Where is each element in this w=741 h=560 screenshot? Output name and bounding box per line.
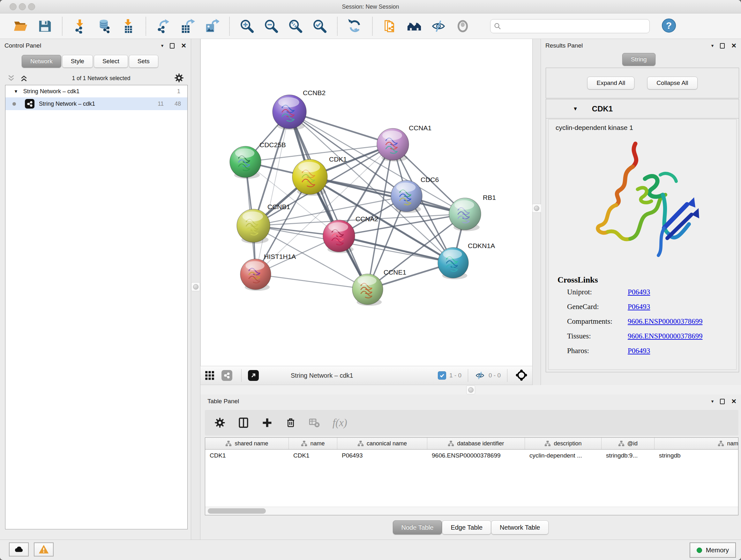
network-collection-row[interactable]: ▼ String Network – cdk1 1: [5, 85, 187, 98]
table-cell[interactable]: CDK1: [289, 449, 337, 462]
column-header-sharedname[interactable]: shared name: [205, 438, 289, 449]
right-splitter-handle[interactable]: [532, 204, 541, 212]
tab-edge-table[interactable]: Edge Table: [442, 520, 491, 535]
tab-string[interactable]: String: [622, 53, 656, 66]
network-edges: [246, 112, 465, 289]
help-button[interactable]: [661, 18, 677, 34]
delete-column-button[interactable]: [285, 417, 296, 428]
left-splitter-handle[interactable]: [191, 282, 200, 291]
delete-table-button[interactable]: [309, 417, 320, 428]
warnings-button[interactable]: [34, 543, 54, 557]
horizontal-splitter-handle[interactable]: [466, 385, 475, 394]
close-panel-icon[interactable]: ✕: [181, 43, 186, 49]
panel-menu-icon[interactable]: ▾: [161, 43, 164, 49]
expand-all-icon[interactable]: [20, 74, 28, 82]
column-header-canonicalname[interactable]: canonical name: [337, 438, 427, 449]
network-node-ccna1[interactable]: CCNA1: [377, 124, 431, 162]
selected-nodes-checkbox[interactable]: [438, 371, 446, 380]
float-panel-icon[interactable]: [170, 43, 175, 49]
zoom-out-button[interactable]: [262, 17, 280, 35]
refresh-layout-button[interactable]: [346, 17, 364, 35]
tab-network-table[interactable]: Network Table: [491, 520, 549, 535]
crosslink-link[interactable]: P06493: [628, 347, 650, 355]
collapse-all-icon[interactable]: [7, 74, 15, 82]
crosslink-link[interactable]: P06493: [628, 303, 650, 311]
export-network-button[interactable]: [154, 17, 172, 35]
export-document-button[interactable]: [381, 17, 399, 35]
column-header-namespace[interactable]: namespace: [655, 438, 738, 449]
export-image-button[interactable]: [203, 17, 221, 35]
tab-node-table[interactable]: Node Table: [393, 520, 442, 535]
create-column-button[interactable]: [262, 417, 273, 428]
detach-view-button[interactable]: [248, 370, 259, 381]
table-cell[interactable]: P06493: [337, 449, 427, 462]
table-data-row[interactable]: CDK1CDK1P064939606.ENSP00000378699cyclin…: [205, 449, 738, 462]
close-panel-icon[interactable]: ✕: [731, 398, 737, 405]
column-header-label: description: [554, 440, 582, 447]
expand-all-button[interactable]: Expand All: [587, 77, 634, 89]
close-panel-icon[interactable]: ✕: [731, 43, 737, 49]
hide-panels-button[interactable]: [429, 17, 448, 35]
collapse-all-button[interactable]: Collapse All: [647, 77, 697, 89]
table-cell[interactable]: stringdb: [655, 449, 738, 462]
titlebar: Session: New Session: [0, 0, 741, 13]
table-cell[interactable]: stringdb:9...: [602, 449, 655, 462]
table-options-button[interactable]: [214, 417, 225, 428]
import-table-button[interactable]: [119, 17, 137, 35]
zoom-selected-button[interactable]: [311, 17, 329, 35]
network-node-ccnb1[interactable]: CCNB1: [237, 203, 290, 244]
network-node-cdkn1a[interactable]: CDKN1A: [438, 242, 495, 279]
network-options-button[interactable]: [174, 73, 184, 84]
birds-eye-toggle-button[interactable]: [515, 369, 528, 382]
hidden-eye-icon: [475, 371, 485, 380]
column-header-description[interactable]: description: [525, 438, 602, 449]
crosslink-link[interactable]: P06493: [628, 288, 650, 296]
panel-menu-icon[interactable]: ▾: [711, 398, 714, 404]
export-table-button[interactable]: [179, 17, 197, 35]
table-cell[interactable]: 9606.ENSP00000378699: [427, 449, 525, 462]
tab-select[interactable]: Select: [94, 55, 128, 68]
scrollbar-thumb[interactable]: [208, 508, 266, 514]
open-session-button[interactable]: [11, 17, 29, 35]
network-graph[interactable]: CCNB2CCNA1CDC25BCDK1CDC6RB1CCNB1CCNA2CDK…: [201, 39, 533, 366]
show-columns-button[interactable]: [238, 417, 249, 428]
tab-style[interactable]: Style: [62, 55, 93, 68]
memory-button[interactable]: Memory: [690, 543, 736, 558]
birds-eye-view-button[interactable]: [454, 17, 472, 35]
collection-expander-icon[interactable]: ▼: [14, 89, 18, 94]
crosslink-link[interactable]: 9606.ENSP00000378699: [628, 332, 703, 340]
tab-network[interactable]: Network: [22, 55, 61, 68]
gene-header[interactable]: ▼ CDK1: [546, 99, 739, 118]
network-node-rb1[interactable]: RB1: [449, 194, 496, 231]
crosslink-link[interactable]: 9606.ENSP00000378699: [628, 317, 703, 326]
column-header-databaseidentifier[interactable]: database identifier: [427, 438, 525, 449]
table-cell[interactable]: CDK1: [205, 449, 289, 462]
column-header-id[interactable]: @id: [602, 438, 655, 449]
column-header-name[interactable]: name: [289, 438, 337, 449]
import-network-from-database-button[interactable]: [95, 17, 113, 35]
import-network-from-file-button[interactable]: [71, 17, 89, 35]
network-node-hist1h1a[interactable]: HIST1H1A: [240, 253, 296, 291]
network-edge[interactable]: [256, 274, 367, 289]
function-builder-button[interactable]: f(x): [333, 417, 347, 429]
panel-menu-icon[interactable]: ▾: [711, 43, 714, 49]
table-cell[interactable]: cyclin-dependent ...: [525, 449, 602, 462]
home-button[interactable]: [405, 17, 423, 35]
gene-expander-icon[interactable]: ▼: [573, 106, 578, 112]
save-session-button[interactable]: [36, 17, 54, 35]
grid-view-button[interactable]: [205, 371, 214, 380]
zoom-fit-button[interactable]: [286, 17, 305, 35]
share-view-button[interactable]: [221, 370, 232, 381]
network-edge[interactable]: [339, 236, 453, 263]
table-horizontal-scrollbar[interactable]: [205, 507, 738, 515]
tab-sets[interactable]: Sets: [129, 55, 158, 68]
zoom-in-button[interactable]: [238, 17, 256, 35]
network-node-ccnb2[interactable]: CCNB2: [273, 89, 326, 130]
float-panel-icon[interactable]: [720, 43, 725, 49]
cloud-status-button[interactable]: [9, 543, 29, 557]
quick-search-input[interactable]: [504, 23, 646, 30]
network-row-selected[interactable]: String Network – cdk1 11 48: [5, 98, 187, 110]
float-panel-icon[interactable]: [720, 399, 725, 404]
memory-label: Memory: [706, 547, 729, 554]
network-edge[interactable]: [289, 112, 367, 289]
